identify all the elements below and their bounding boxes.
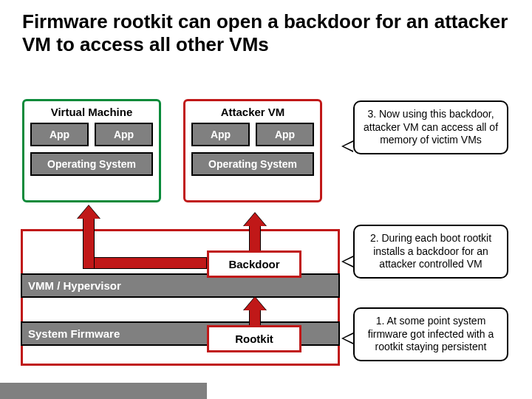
callout-step-2: 2. During each boot rootkit installs a b… <box>353 225 508 279</box>
attacker-vm-label: Attacker VM <box>191 106 314 118</box>
victim-vm-box: Virtual Machine App App Operating System <box>22 99 161 202</box>
attacker-app: App <box>256 123 314 146</box>
victim-apps-row: App App <box>30 123 153 146</box>
attacker-apps-row: App App <box>191 123 314 146</box>
arrow-rootkit-to-backdoor-icon <box>245 297 265 327</box>
callout-step-1: 1. At some point system firmware got inf… <box>353 307 508 361</box>
arrow-backdoor-to-attacker-icon <box>245 213 265 251</box>
rootkit-badge: Rootkit <box>207 325 301 352</box>
victim-app: App <box>95 123 153 146</box>
callout-tail-icon <box>341 332 353 344</box>
victim-app: App <box>30 123 89 146</box>
attacker-os: Operating System <box>191 152 314 176</box>
callout-tail-icon <box>341 256 353 267</box>
attacker-app: App <box>191 123 250 146</box>
victim-os: Operating System <box>30 152 153 176</box>
footer-bar <box>0 383 207 399</box>
victim-vm-label: Virtual Machine <box>30 106 153 118</box>
callout-step-3: 3. Now using this backdoor, attacker VM … <box>353 100 508 154</box>
slide-title: Firmware rootkit can open a backdoor for… <box>22 10 510 56</box>
callout-tail-icon <box>341 140 353 152</box>
attacker-vm-box: Attacker VM App App Operating System <box>183 99 322 202</box>
backdoor-badge: Backdoor <box>207 250 301 278</box>
